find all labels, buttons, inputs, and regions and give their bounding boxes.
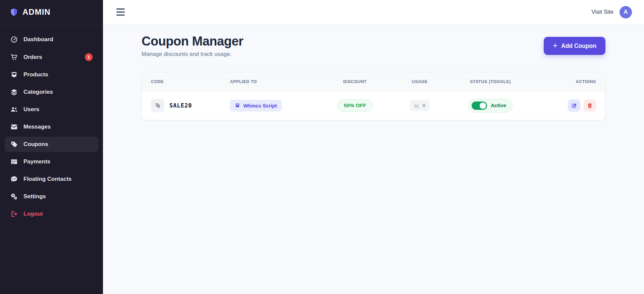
gears-icon [10,193,18,200]
header-applied-to: Applied To [230,72,311,91]
visit-site-link[interactable]: Visit Site [591,9,613,15]
add-coupon-button[interactable]: + Add Coupon [544,37,605,55]
row-actions [568,99,596,112]
sidebar-item-label: Coupons [23,141,48,148]
sidebar-nav: Dashboard Orders 1 Products [0,24,103,294]
page-subtitle: Manage discounts and track usage. [142,51,243,58]
sidebar-item-logout[interactable]: Logout [5,206,98,222]
delete-button[interactable] [584,99,596,112]
box-open-icon [235,103,240,108]
usage-count: 0 [423,102,426,108]
sidebar-item-label: Products [23,71,48,78]
orders-count-badge: 1 [85,53,93,61]
gauge-icon [10,36,18,43]
tag-icon [10,141,18,148]
discount-badge: 50% OFF [337,99,373,112]
page-title: Coupon Manager [142,34,243,49]
logout-icon [10,210,18,218]
sidebar-item-label: Orders [23,54,42,61]
sidebar-item-products[interactable]: Products [5,67,98,82]
sidebar-item-dashboard[interactable]: Dashboard [5,32,98,47]
sidebar-item-label: Messages [23,124,51,130]
page-head-text: Coupon Manager Manage discounts and trac… [142,34,243,58]
avatar[interactable]: A [620,6,632,18]
credit-card-icon [10,158,18,165]
sidebar-item-coupons[interactable]: Coupons [5,137,98,152]
header-actions: Actions [540,72,605,91]
tag-icon [151,99,164,112]
coupon-code: SALE20 [169,102,192,109]
coupon-code-cell: SALE20 [151,99,230,112]
coupons-table: Code Applied To Discount Usage Status (T… [142,72,605,120]
content: Coupon Manager Manage discounts and trac… [103,24,644,120]
envelope-icon [10,123,18,131]
status-toggle[interactable] [472,101,487,110]
sidebar: ADMIN Dashboard Orders 1 [0,0,103,294]
sidebar-item-messages[interactable]: Messages [5,119,98,135]
header-code: Code [142,72,230,91]
trash-icon [587,103,593,108]
header-discount: Discount [311,72,399,91]
sidebar-item-label: Users [23,106,39,113]
brand-logo: ADMIN [0,0,103,24]
add-coupon-label: Add Coupon [561,43,596,50]
sidebar-item-label: Categories [23,89,53,95]
coupons-table-card: Code Applied To Discount Usage Status (T… [142,72,605,120]
main-area: Visit Site A Coupon Manager Manage disco… [103,0,644,294]
shield-icon [9,8,18,17]
status-label: Active [491,102,506,108]
sidebar-item-orders[interactable]: Orders 1 [5,49,98,65]
header-status: Status (Toggle) [441,72,540,91]
hamburger-icon [116,8,125,10]
sidebar-item-settings[interactable]: Settings [5,189,98,204]
edit-button[interactable] [568,99,580,112]
sidebar-item-label: Settings [23,193,46,200]
pen-square-icon [571,103,577,108]
sidebar-item-label: Dashboard [23,36,53,43]
sidebar-item-label: Payments [23,158,50,165]
header-usage: Usage [399,72,440,91]
sidebar-item-users[interactable]: Users [5,102,98,117]
cart-icon [10,54,18,61]
table-row: SALE20 Whmcs S [142,91,605,120]
table-header-row: Code Applied To Discount Usage Status (T… [142,72,605,91]
brand-name: ADMIN [22,7,51,17]
page-head: Coupon Manager Manage discounts and trac… [142,34,605,58]
layer-group-icon [10,88,18,96]
sidebar-item-categories[interactable]: Categories [5,84,98,100]
sidebar-item-label: Floating Contacts [23,176,72,182]
applied-to-badge: Whmcs Script [230,100,282,112]
usage-chip: 0 [410,100,430,111]
applied-to-label: Whmcs Script [243,103,277,108]
topbar: Visit Site A [103,0,644,24]
sidebar-toggle-button[interactable] [115,7,126,17]
plus-icon: + [553,42,557,50]
status-badge: Active [468,99,513,113]
topbar-right: Visit Site A [591,6,632,18]
users-icon [10,106,18,113]
comment-dots-icon [10,175,18,183]
chart-line-icon [414,103,420,108]
sidebar-item-floating-contacts[interactable]: Floating Contacts [5,171,98,187]
sidebar-item-label: Logout [23,211,43,217]
box-open-icon [10,71,18,78]
sidebar-item-payments[interactable]: Payments [5,154,98,169]
